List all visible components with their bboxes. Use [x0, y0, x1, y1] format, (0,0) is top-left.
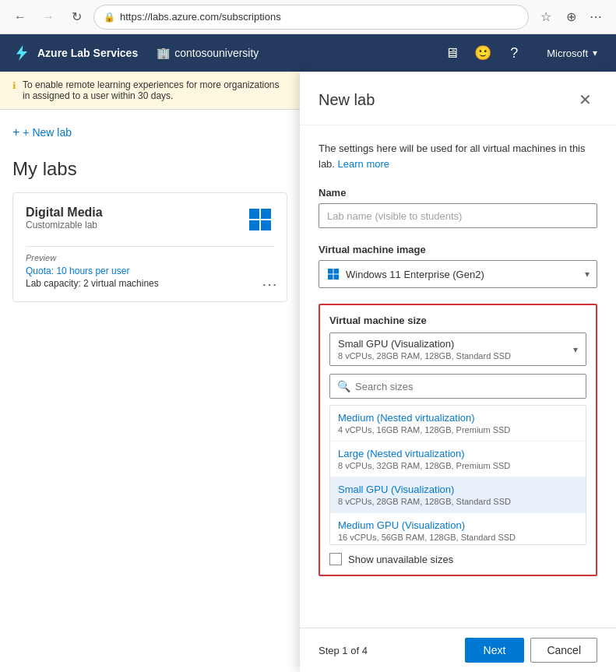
- vm-image-select-wrapper: Windows 11 Enterprise (Gen2) ▾: [319, 260, 597, 288]
- windows-icon-container: [246, 206, 274, 234]
- lab-card-header: Digital Media Customizable lab: [26, 206, 274, 240]
- svg-rect-2: [249, 220, 259, 230]
- vm-image-selected-text: Windows 11 Enterprise (Gen2): [346, 269, 484, 280]
- back-button[interactable]: ←: [9, 6, 31, 28]
- footer-buttons: Next Cancel: [465, 638, 597, 663]
- vm-size-label: Virtual machine size: [329, 315, 586, 326]
- collections-button[interactable]: ⊕: [560, 6, 582, 28]
- show-unavailable-label[interactable]: Show unavailable sizes: [348, 554, 453, 565]
- panel-description: The settings here will be used for all v…: [319, 141, 597, 171]
- quota-value: 10 hours per user: [56, 266, 129, 276]
- name-field: Name: [319, 187, 597, 228]
- forward-button[interactable]: →: [37, 6, 59, 28]
- show-unavailable-checkbox[interactable]: [329, 553, 342, 565]
- size-item-medium-gpu[interactable]: Medium GPU (Visualization) 16 vCPUs, 56G…: [330, 513, 586, 545]
- new-lab-panel: New lab ✕ The settings here will be used…: [300, 72, 616, 672]
- panel-body: The settings here will be used for all v…: [300, 125, 616, 628]
- lab-divider: [26, 246, 274, 247]
- left-panel-content: + + New lab My labs Digital Media Custom…: [0, 110, 300, 315]
- lab-status: Preview: [26, 253, 274, 262]
- learn-more-link[interactable]: Learn more: [338, 158, 389, 170]
- svg-rect-0: [249, 209, 259, 219]
- svg-rect-1: [261, 209, 271, 219]
- svg-rect-6: [328, 275, 333, 280]
- browser-chrome: ← → ↻ 🔒 https://labs.azure.com/subscript…: [0, 0, 616, 34]
- tenant-icon: 🏢: [157, 47, 170, 59]
- my-labs-title: My labs: [12, 158, 287, 180]
- vm-size-section: Virtual machine size Small GPU (Visualiz…: [319, 304, 597, 576]
- account-name: Microsoft: [547, 47, 588, 59]
- windows-logo-icon: [248, 207, 273, 232]
- vm-size-dropdown[interactable]: Small GPU (Visualization) 8 vCPUs, 28GB …: [329, 332, 586, 366]
- size-item-medium-nested[interactable]: Medium (Nested virtualization) 4 vCPUs, …: [330, 406, 586, 442]
- vm-size-chevron-icon: ▾: [573, 344, 578, 355]
- azure-icon: [12, 44, 31, 62]
- favorites-button[interactable]: ☆: [535, 6, 557, 28]
- lock-icon: 🔒: [104, 12, 115, 23]
- step-indicator: Step 1 of 4: [319, 645, 368, 656]
- svg-rect-7: [334, 275, 340, 280]
- azure-logo: Azure Lab Services: [12, 44, 138, 62]
- panel-footer: Step 1 of 4 Next Cancel: [300, 628, 616, 672]
- vm-size-selected-specs: 8 vCPUs, 28GB RAM, 128GB, Standard SSD: [338, 351, 561, 361]
- cancel-button[interactable]: Cancel: [530, 638, 597, 663]
- size-item-small-gpu[interactable]: Small GPU (Visualization) 8 vCPUs, 28GB …: [330, 477, 586, 513]
- panel-header: New lab ✕: [300, 72, 616, 125]
- azure-topbar: Azure Lab Services 🏢 contosouniversity 🖥…: [0, 34, 616, 72]
- svg-rect-3: [261, 220, 271, 230]
- new-lab-label: + New lab: [23, 126, 72, 139]
- account-menu[interactable]: Microsoft ▾: [540, 44, 604, 62]
- quota-label: Quota:: [26, 266, 54, 276]
- show-unavailable-row: Show unavailable sizes: [329, 553, 586, 565]
- main-area: ℹ To enable remote learning experiences …: [0, 72, 616, 672]
- vm-size-selected-name: Small GPU (Visualization): [338, 338, 561, 350]
- sizes-list: Medium (Nested virtualization) 4 vCPUs, …: [329, 405, 586, 545]
- vm-image-label: Virtual machine image: [319, 244, 597, 255]
- search-sizes-input[interactable]: [329, 374, 586, 399]
- lab-card: Digital Media Customizable lab Preview: [12, 192, 287, 302]
- topbar-icons: 🖥 🙂 ?: [438, 39, 528, 67]
- new-lab-button[interactable]: + + New lab: [12, 122, 72, 142]
- svg-rect-5: [334, 269, 340, 274]
- lab-card-menu-button[interactable]: ⋯: [262, 276, 277, 292]
- refresh-button[interactable]: ↻: [65, 6, 87, 28]
- new-lab-plus-icon: +: [12, 125, 19, 139]
- panel-title: New lab: [319, 91, 375, 109]
- account-chevron: ▾: [593, 47, 597, 58]
- emoji-icon-button[interactable]: 🙂: [469, 39, 497, 67]
- url-text: https://labs.azure.com/subscriptions: [120, 11, 519, 23]
- size-item-large-nested[interactable]: Large (Nested virtualization) 8 vCPUs, 3…: [330, 442, 586, 477]
- search-sizes-wrapper: 🔍: [329, 374, 586, 399]
- help-icon-button[interactable]: ?: [500, 39, 528, 67]
- address-bar: 🔒 https://labs.azure.com/subscriptions: [93, 5, 529, 30]
- capacity-label: Lab capacity:: [26, 278, 81, 289]
- lab-quota: Quota: 10 hours per user: [26, 266, 274, 276]
- name-label: Name: [319, 187, 597, 199]
- app-title: Azure Lab Services: [37, 47, 138, 59]
- tenant-name: contosouniversity: [174, 47, 259, 59]
- capacity-value: 2 virtual machines: [83, 278, 159, 289]
- vm-image-field: Virtual machine image Windows 11 Enterpr…: [319, 244, 597, 288]
- info-icon: ℹ: [12, 80, 16, 91]
- banner-text: To enable remote learning experiences fo…: [23, 79, 287, 101]
- close-button[interactable]: ✕: [572, 87, 597, 112]
- more-button[interactable]: ⋯: [585, 6, 607, 28]
- info-banner: ℹ To enable remote learning experiences …: [0, 72, 300, 110]
- vm-image-select[interactable]: Windows 11 Enterprise (Gen2): [319, 260, 597, 288]
- monitor-icon-button[interactable]: 🖥: [438, 39, 466, 67]
- left-panel: ℹ To enable remote learning experiences …: [0, 72, 300, 672]
- lab-card-title: Digital Media: [26, 206, 103, 220]
- browser-actions: ☆ ⊕ ⋯: [535, 6, 607, 28]
- next-button[interactable]: Next: [465, 638, 525, 663]
- name-input[interactable]: [319, 203, 597, 228]
- svg-rect-4: [328, 269, 333, 274]
- windows-icon-small: [327, 268, 340, 280]
- tenant-switcher[interactable]: 🏢 contosouniversity: [150, 44, 265, 62]
- lab-card-subtitle: Customizable lab: [26, 220, 103, 230]
- lab-capacity: Lab capacity: 2 virtual machines: [26, 278, 274, 289]
